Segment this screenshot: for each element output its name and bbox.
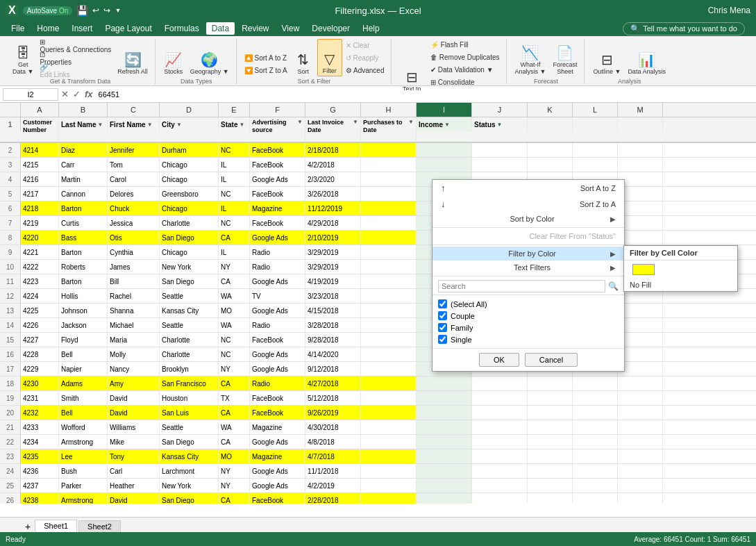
cell-invoice-date[interactable]: 11/12/2019 bbox=[305, 201, 361, 215]
cell-city[interactable]: Kansas City bbox=[160, 449, 219, 463]
cell-first-name[interactable]: Michael bbox=[108, 318, 160, 332]
cell-purchases[interactable] bbox=[361, 420, 417, 434]
menu-insert[interactable]: Insert bbox=[66, 22, 98, 35]
cell-m[interactable] bbox=[618, 143, 663, 157]
cell-customer-num[interactable]: 4230 bbox=[21, 377, 59, 390]
filter-search-input[interactable] bbox=[438, 280, 605, 292]
cell-last-name[interactable]: Napier bbox=[59, 362, 108, 376]
cell-ad-source[interactable]: FaceBook bbox=[250, 187, 305, 201]
cell-state[interactable]: CA bbox=[219, 274, 250, 288]
cell-first-name[interactable]: Nancy bbox=[108, 362, 160, 376]
cell-state[interactable]: IL bbox=[219, 245, 250, 259]
cell-m[interactable] bbox=[618, 435, 663, 449]
cell-status[interactable] bbox=[472, 479, 528, 493]
cell-invoice-date[interactable]: 2/10/2019 bbox=[305, 231, 361, 245]
cell-l[interactable] bbox=[573, 435, 618, 449]
cell-invoice-date[interactable]: 2/28/2018 bbox=[305, 493, 361, 504]
cell-last-name[interactable]: Bell bbox=[59, 347, 108, 361]
cell-customer-num[interactable]: 4224 bbox=[21, 289, 59, 303]
confirm-formula-icon[interactable]: ✓ bbox=[73, 89, 81, 99]
cell-status[interactable] bbox=[472, 464, 528, 478]
cell-k[interactable] bbox=[528, 479, 573, 493]
cell-first-name[interactable]: David bbox=[108, 493, 160, 504]
cell-state[interactable]: WA bbox=[219, 420, 250, 434]
cell-customer-num[interactable]: 4226 bbox=[21, 318, 59, 332]
consolidate-button[interactable]: ⊞ Consolidate bbox=[428, 76, 501, 88]
cell-city[interactable]: Seattle bbox=[160, 289, 219, 303]
add-sheet-button[interactable]: + bbox=[21, 521, 35, 532]
cell-state[interactable]: CA bbox=[219, 435, 250, 449]
cell-invoice-date[interactable]: 2/3/2020 bbox=[305, 172, 361, 186]
cell-purchases[interactable] bbox=[361, 201, 417, 215]
color-filter-submenu[interactable]: Filter by Cell Color No Fill bbox=[623, 245, 738, 292]
sort-asc-button[interactable]: 🔼 Sort A to Z bbox=[242, 52, 289, 64]
cell-purchases[interactable] bbox=[361, 274, 417, 288]
cell-city[interactable]: Kansas City bbox=[160, 304, 219, 317]
cell-customer-num[interactable]: 4234 bbox=[21, 435, 59, 449]
cell-customer-num[interactable]: 4223 bbox=[21, 274, 59, 288]
cell-customer-num[interactable]: 4225 bbox=[21, 304, 59, 317]
cell-customer-num[interactable]: 4237 bbox=[21, 479, 59, 493]
outline-button[interactable]: ⊟ Outline ▼ bbox=[590, 39, 623, 76]
properties-button[interactable]: ⊡ Properties bbox=[37, 52, 113, 64]
cell-city[interactable]: San Francisco bbox=[160, 377, 219, 390]
cell-ad-source[interactable]: Google Ads bbox=[250, 304, 305, 317]
no-fill-option[interactable]: No Fill bbox=[624, 279, 737, 291]
cell-purchases[interactable] bbox=[361, 362, 417, 376]
cell-l[interactable] bbox=[573, 143, 618, 157]
menu-formulas[interactable]: Formulas bbox=[159, 22, 205, 35]
cell-first-name[interactable]: Jennifer bbox=[108, 143, 160, 157]
cell-ad-source[interactable]: Radio bbox=[250, 377, 305, 390]
cell-ad-source[interactable]: FaceBook bbox=[250, 333, 305, 347]
cell-last-name[interactable]: Armstrong bbox=[59, 435, 108, 449]
cell-purchases[interactable] bbox=[361, 143, 417, 157]
cell-city[interactable]: New York bbox=[160, 479, 219, 493]
yellow-color-row[interactable] bbox=[624, 260, 737, 279]
cell-state[interactable]: NY bbox=[219, 362, 250, 376]
cell-first-name[interactable]: Jessica bbox=[108, 216, 160, 230]
cell-income[interactable] bbox=[417, 479, 472, 493]
cell-k[interactable] bbox=[528, 420, 573, 434]
cell-city[interactable]: Charlotte bbox=[160, 347, 219, 361]
cell-first-name[interactable]: Delores bbox=[108, 187, 160, 201]
cell-l[interactable] bbox=[573, 377, 618, 390]
col-header-l[interactable]: L bbox=[573, 103, 618, 117]
cell-invoice-date[interactable]: 4/14/2020 bbox=[305, 347, 361, 361]
cell-customer-num[interactable]: 4217 bbox=[21, 187, 59, 201]
cell-customer-num[interactable]: 4229 bbox=[21, 362, 59, 376]
cell-invoice-date[interactable]: 5/12/2018 bbox=[305, 391, 361, 405]
cell-state[interactable]: NY bbox=[219, 260, 250, 274]
cell-invoice-date[interactable]: 9/12/2018 bbox=[305, 362, 361, 376]
cell-purchases[interactable] bbox=[361, 231, 417, 245]
cell-first-name[interactable]: Maria bbox=[108, 333, 160, 347]
cell-invoice-date[interactable]: 3/26/2018 bbox=[305, 187, 361, 201]
cell-first-name[interactable]: Bill bbox=[108, 274, 160, 288]
cell-last-name[interactable]: Johnson bbox=[59, 304, 108, 317]
cell-invoice-date[interactable]: 3/29/2019 bbox=[305, 245, 361, 259]
checkbox-couple[interactable]: Couple bbox=[438, 310, 619, 322]
cell-l[interactable] bbox=[573, 158, 618, 172]
col-header-m[interactable]: M bbox=[618, 103, 663, 117]
cell-purchases[interactable] bbox=[361, 493, 417, 504]
cell-last-name[interactable]: Curtis bbox=[59, 216, 108, 230]
cell-customer-num[interactable]: 4238 bbox=[21, 493, 59, 504]
refresh-all-button[interactable]: 🔄 Refresh All bbox=[115, 39, 151, 76]
cell-first-name[interactable]: Molly bbox=[108, 347, 160, 361]
cell-m[interactable] bbox=[618, 449, 663, 463]
cell-customer-num[interactable]: 4215 bbox=[21, 158, 59, 172]
checkbox-family[interactable]: Family bbox=[438, 322, 619, 333]
reapply-button[interactable]: ↺ Reapply bbox=[344, 52, 387, 64]
cell-city[interactable]: Seattle bbox=[160, 420, 219, 434]
cell-ad-source[interactable]: Magazine bbox=[250, 201, 305, 215]
cell-purchases[interactable] bbox=[361, 304, 417, 317]
cell-first-name[interactable]: Williams bbox=[108, 420, 160, 434]
cell-invoice-date[interactable]: 4/15/2018 bbox=[305, 304, 361, 317]
insert-function-icon[interactable]: fx bbox=[85, 89, 93, 99]
checkbox-family-input[interactable] bbox=[438, 323, 447, 332]
cell-l[interactable] bbox=[573, 479, 618, 493]
cell-purchases[interactable] bbox=[361, 187, 417, 201]
cell-invoice-date[interactable]: 3/28/2018 bbox=[305, 318, 361, 332]
cell-state[interactable]: CA bbox=[219, 406, 250, 420]
cell-state[interactable]: IL bbox=[219, 172, 250, 186]
col-header-i[interactable]: I bbox=[417, 103, 472, 117]
